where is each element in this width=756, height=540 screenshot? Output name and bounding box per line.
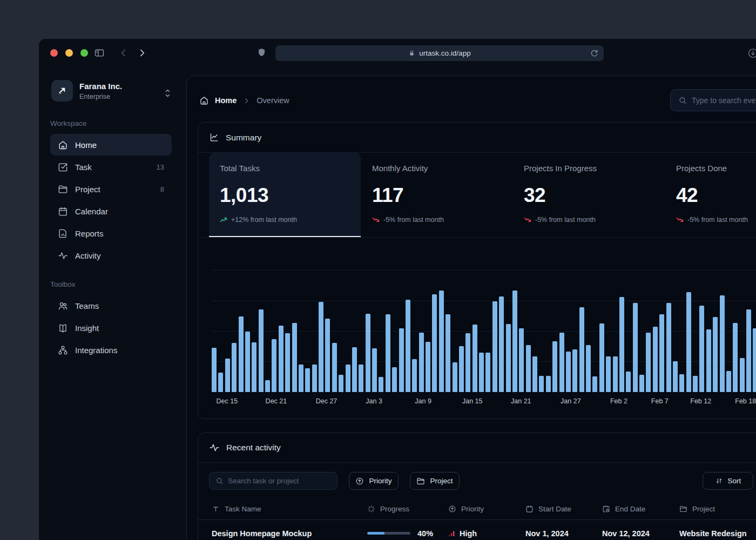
col-label: End Date [615, 505, 645, 513]
sidebar-item-project[interactable]: Project 8 [50, 178, 172, 200]
chart-bar [225, 359, 230, 392]
chart-bar [586, 345, 591, 392]
col-start-date[interactable]: Start Date [525, 505, 602, 513]
priority-value: High [460, 529, 477, 538]
task-search-input[interactable] [228, 477, 328, 485]
sidebar-item-label: Calendar [75, 207, 108, 216]
trend-up-icon [220, 216, 227, 224]
col-task-name[interactable]: Task Name [212, 505, 367, 513]
chart-bar [285, 333, 290, 392]
col-priority[interactable]: Priority [448, 505, 525, 513]
col-project[interactable]: Project [679, 505, 756, 513]
minimize-window-button[interactable] [65, 49, 73, 57]
summary-title: Summary [226, 133, 261, 143]
chart-bar [679, 374, 684, 392]
chart-bar [232, 343, 237, 392]
book-open-icon [58, 323, 68, 333]
sidebar-item-task[interactable]: Task 13 [50, 156, 172, 178]
activity-pulse-icon [58, 251, 68, 261]
table-header: Task Name Progress Priority Start Date E… [212, 501, 756, 516]
chart-bar [559, 333, 564, 392]
breadcrumb-root[interactable]: Home [215, 96, 237, 105]
privacy-shield-icon[interactable] [256, 48, 267, 58]
col-label: Progress [380, 505, 409, 513]
search-icon [678, 96, 687, 105]
report-file-icon [58, 228, 68, 239]
main-content: Home Overview Summary Total Tasks [186, 76, 756, 540]
downloads-icon[interactable] [747, 48, 756, 59]
chevron-up-down-icon[interactable] [164, 89, 172, 100]
reload-icon[interactable] [590, 49, 599, 59]
maximize-window-button[interactable] [80, 49, 88, 57]
sidebar-item-activity[interactable]: Activity [50, 245, 172, 266]
chart-bar [319, 302, 323, 392]
stat-card-projects-done[interactable]: Projects Done 42 -5% from last month [665, 153, 756, 237]
chart-x-label: Jan 3 [366, 397, 382, 405]
sort-button[interactable]: Sort [703, 472, 753, 490]
chart-bar [412, 359, 417, 392]
chart-bar [432, 294, 437, 392]
stat-card-projects-in-progress[interactable]: Projects In Progress 32 -5% from last mo… [513, 153, 665, 237]
network-nodes-icon [58, 345, 68, 355]
chart-bar [633, 303, 638, 392]
stat-card-monthly-activity[interactable]: Monthly Activity 117 -5% from last month [361, 153, 513, 237]
home-icon [58, 140, 68, 150]
col-progress[interactable]: Progress [367, 505, 448, 513]
cell-end-date: Nov 12, 2024 [602, 529, 679, 538]
sidebar-toggle-icon[interactable] [94, 48, 105, 58]
chart-bar [693, 376, 698, 392]
chart-bar [406, 300, 410, 392]
project-filter-button[interactable]: Project [410, 472, 460, 490]
sort-arrows-icon [715, 477, 723, 485]
chart-bar [526, 345, 531, 392]
breadcrumb-home-icon[interactable] [199, 96, 209, 105]
back-button[interactable] [118, 48, 129, 58]
breadcrumb-current: Overview [256, 96, 289, 105]
stat-card-total-tasks[interactable]: Total Tasks 1,013 +12% from last month [209, 153, 361, 237]
stat-value: 117 [372, 184, 513, 207]
global-search-input[interactable] [692, 96, 756, 105]
chart-bar [372, 348, 377, 392]
chart-bar [366, 314, 370, 392]
chart-x-label: Jan 21 [511, 397, 531, 405]
sidebar-item-label: Activity [75, 251, 101, 260]
address-bar[interactable]: urtask.co.id/app [275, 45, 604, 61]
org-logo [51, 80, 73, 102]
table-row[interactable]: Design Homepage Mockup 40% High Nov 1, 2… [212, 520, 756, 540]
global-search[interactable] [670, 89, 756, 111]
sidebar-item-home[interactable]: Home [50, 134, 172, 156]
sidebar-item-reports[interactable]: Reports [50, 222, 172, 244]
chart-bar [572, 349, 577, 392]
workspace-switcher[interactable]: Farana Inc. Enterprise [51, 80, 122, 102]
chart-bar [459, 346, 464, 392]
chart-line-icon [209, 132, 219, 143]
col-end-date[interactable]: End Date [602, 505, 679, 513]
chart-bar [305, 368, 310, 392]
chart-bar [539, 376, 544, 392]
chart-bar [279, 326, 284, 392]
pulse-icon [209, 442, 220, 453]
chart-bar [473, 325, 477, 392]
sidebar-item-teams[interactable]: Teams [50, 295, 172, 316]
chart-bar [512, 291, 517, 392]
chart-bar [606, 356, 611, 392]
trend-down-icon [524, 216, 531, 224]
calendar-icon [525, 505, 534, 513]
priority-filter-button[interactable]: Priority [349, 472, 399, 490]
sidebar-item-insight[interactable]: Insight [50, 317, 172, 339]
task-search[interactable] [209, 472, 338, 490]
chart-bar [713, 317, 718, 392]
project-filter-label: Project [430, 477, 453, 485]
chart-bar [426, 342, 430, 392]
chart-bar [312, 364, 317, 392]
chart-bar [292, 323, 297, 392]
forward-button[interactable] [137, 48, 147, 58]
close-window-button[interactable] [50, 49, 58, 57]
sidebar-item-integrations[interactable]: Integrations [50, 339, 172, 361]
stat-trend: -5% from last month [383, 216, 444, 224]
col-label: Priority [461, 505, 484, 513]
chart-bar [733, 323, 738, 392]
window-controls [50, 49, 88, 57]
chart-bar [392, 367, 397, 392]
sidebar-item-calendar[interactable]: Calendar [50, 200, 172, 222]
